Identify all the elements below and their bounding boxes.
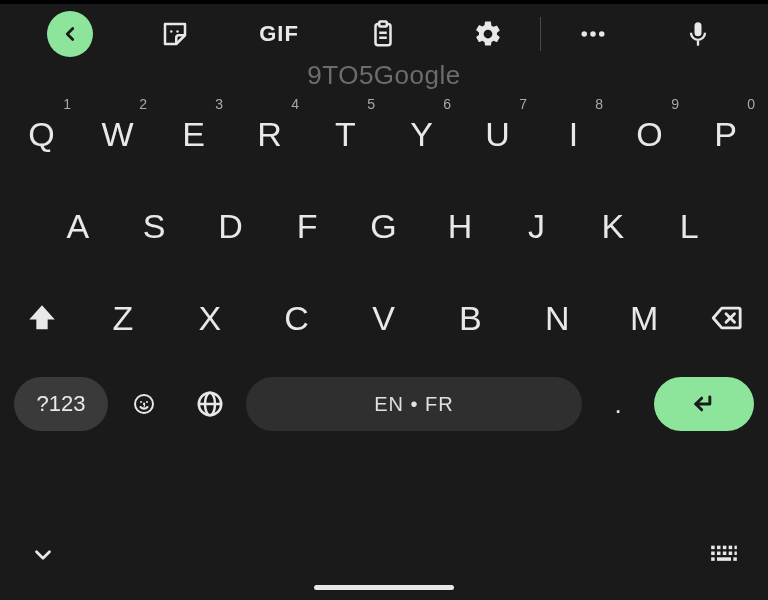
mic-icon bbox=[684, 20, 712, 48]
key-c[interactable]: C bbox=[254, 299, 341, 338]
svg-point-8 bbox=[599, 31, 605, 37]
toolbar-slot-back bbox=[18, 11, 122, 57]
toolbar: GIF bbox=[0, 4, 768, 64]
key-i[interactable]: I8 bbox=[536, 88, 612, 180]
svg-rect-3 bbox=[380, 22, 388, 27]
settings-button[interactable] bbox=[436, 19, 540, 49]
key-n[interactable]: N bbox=[514, 299, 601, 338]
space-key[interactable]: EN • FR bbox=[246, 377, 582, 431]
svg-rect-28 bbox=[711, 557, 715, 561]
key-b[interactable]: B bbox=[427, 299, 514, 338]
key-row-1: Q1 W2 E3 R4 T5 Y6 U7 I8 O9 P0 bbox=[4, 88, 764, 180]
key-m[interactable]: M bbox=[601, 299, 688, 338]
key-a[interactable]: A bbox=[40, 180, 116, 272]
key-g[interactable]: G bbox=[346, 180, 422, 272]
svg-point-7 bbox=[591, 31, 597, 37]
key-k[interactable]: K bbox=[575, 180, 651, 272]
globe-icon bbox=[195, 389, 225, 419]
key-e[interactable]: E3 bbox=[156, 88, 232, 180]
backspace-icon bbox=[707, 301, 745, 335]
nav-bar bbox=[0, 520, 768, 600]
more-button[interactable] bbox=[541, 19, 645, 49]
keyboard: Q1 W2 E3 R4 T5 Y6 U7 I8 O9 P0 A S D F G … bbox=[0, 64, 768, 520]
key-u[interactable]: U7 bbox=[460, 88, 536, 180]
key-r[interactable]: R4 bbox=[232, 88, 308, 180]
svg-rect-22 bbox=[735, 546, 737, 550]
svg-rect-23 bbox=[711, 552, 715, 556]
svg-point-1 bbox=[176, 30, 179, 33]
sticker-button[interactable] bbox=[122, 19, 226, 49]
key-p[interactable]: P0 bbox=[688, 88, 764, 180]
emoji-key[interactable]: , bbox=[114, 392, 174, 416]
sticker-icon bbox=[160, 19, 190, 49]
key-row-3: Z X C V B N M bbox=[4, 272, 764, 364]
key-z[interactable]: Z bbox=[80, 299, 167, 338]
shift-icon bbox=[25, 301, 59, 335]
svg-point-6 bbox=[582, 31, 588, 37]
enter-key[interactable] bbox=[654, 377, 754, 431]
symbols-key[interactable]: ?123 bbox=[14, 377, 108, 431]
key-y[interactable]: Y6 bbox=[384, 88, 460, 180]
keyboard-icon bbox=[710, 544, 738, 566]
svg-rect-27 bbox=[735, 552, 737, 556]
comma-label: , bbox=[141, 387, 147, 410]
clipboard-button[interactable] bbox=[331, 19, 435, 49]
collapse-keyboard-button[interactable] bbox=[30, 542, 56, 572]
svg-rect-24 bbox=[717, 552, 721, 556]
shift-key[interactable] bbox=[4, 301, 80, 335]
key-row-2: A S D F G H J K L bbox=[4, 180, 764, 272]
chevron-left-icon bbox=[59, 23, 81, 45]
svg-rect-30 bbox=[733, 557, 737, 561]
key-x[interactable]: X bbox=[167, 299, 254, 338]
key-j[interactable]: J bbox=[499, 180, 575, 272]
key-d[interactable]: D bbox=[193, 180, 269, 272]
svg-rect-9 bbox=[697, 41, 699, 46]
svg-rect-21 bbox=[729, 546, 733, 550]
key-v[interactable]: V bbox=[341, 299, 428, 338]
svg-rect-19 bbox=[717, 546, 721, 550]
key-row-4: ?123 , EN • FR . bbox=[4, 364, 764, 444]
key-w[interactable]: W2 bbox=[80, 88, 156, 180]
back-button[interactable] bbox=[47, 11, 93, 57]
svg-rect-29 bbox=[717, 557, 731, 561]
key-s[interactable]: S bbox=[116, 180, 192, 272]
voice-input-button[interactable] bbox=[646, 20, 750, 48]
gif-button[interactable]: GIF bbox=[227, 21, 331, 47]
svg-rect-25 bbox=[723, 552, 727, 556]
svg-rect-20 bbox=[723, 546, 727, 550]
clipboard-icon bbox=[368, 19, 398, 49]
gesture-pill[interactable] bbox=[314, 585, 454, 590]
key-l[interactable]: L bbox=[652, 180, 728, 272]
key-f[interactable]: F bbox=[269, 180, 345, 272]
more-horizontal-icon bbox=[576, 19, 610, 49]
key-o[interactable]: O9 bbox=[612, 88, 688, 180]
period-key[interactable]: . bbox=[588, 389, 648, 420]
chevron-down-icon bbox=[30, 542, 56, 568]
svg-point-0 bbox=[170, 30, 173, 33]
key-t[interactable]: T5 bbox=[308, 88, 384, 180]
svg-rect-26 bbox=[729, 552, 733, 556]
keyboard-mode-button[interactable] bbox=[710, 544, 738, 570]
svg-rect-18 bbox=[711, 546, 715, 550]
language-key[interactable] bbox=[180, 389, 240, 419]
enter-icon bbox=[687, 390, 721, 418]
key-h[interactable]: H bbox=[422, 180, 498, 272]
gif-icon: GIF bbox=[259, 21, 299, 47]
backspace-key[interactable] bbox=[688, 301, 764, 335]
gear-icon bbox=[473, 19, 503, 49]
key-q[interactable]: Q1 bbox=[4, 88, 80, 180]
